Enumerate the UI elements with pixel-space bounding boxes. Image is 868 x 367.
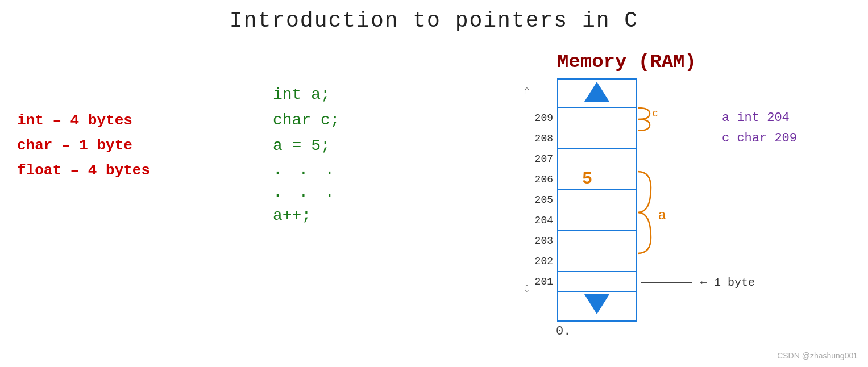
memory-row-206: 206 5: [558, 169, 636, 190]
brace-a-label: a: [658, 208, 666, 223]
memory-cell-201: [558, 272, 636, 292]
memory-cell-205: [558, 190, 636, 210]
memory-row-208: 208: [558, 128, 636, 149]
memory-section: Memory (RAM) ⇧ 209 208: [529, 51, 696, 322]
arrow-up-icon: [584, 82, 609, 102]
memory-cell-203: [558, 231, 636, 251]
memory-cell-209: [558, 108, 636, 128]
memory-row-205: 205: [558, 190, 636, 210]
code-line-6: a++;: [273, 203, 340, 229]
code-line-3: a = 5;: [273, 134, 340, 159]
code-line-2: char c;: [273, 108, 340, 134]
code-line-1: int a;: [273, 82, 340, 108]
memory-label-204: 204: [527, 215, 555, 226]
memory-row-202: 202: [558, 251, 636, 272]
memory-label-201: 201: [527, 276, 555, 287]
right-annotations: a int 204 c char 209: [722, 105, 797, 145]
type-char: char – 1 byte: [17, 133, 150, 158]
brace-c-svg: [636, 107, 653, 131]
memory-label-203: 203: [527, 235, 555, 247]
memory-bottom-row: [558, 292, 636, 320]
memory-cell-206: 5: [558, 169, 636, 190]
code-panel: int a; char c; a = 5; . . . . . . a++;: [273, 82, 340, 229]
memory-value-5: 5: [582, 169, 592, 189]
one-byte-label: ← 1 byte: [700, 276, 755, 289]
up-arrow-indicator: ⇧: [523, 83, 530, 98]
page-title: Introduction to pointers in C: [0, 6, 868, 33]
memory-title: Memory (RAM): [557, 51, 696, 73]
type-info: int – 4 bytes char – 1 byte float – 4 by…: [17, 108, 150, 184]
annotation-a: a int 204: [722, 105, 797, 131]
memory-row-203: 203: [558, 231, 636, 251]
memory-label-206: 206: [527, 174, 555, 185]
csdn-watermark: CSDN @zhashung001: [777, 351, 858, 360]
brace-a-svg: [635, 170, 655, 255]
type-float: float – 4 bytes: [17, 158, 150, 183]
memory-cell-208: [558, 128, 636, 149]
memory-row-201: 201 ← 1 byte: [558, 272, 636, 292]
memory-table: 209 208 207 206 5: [557, 78, 637, 322]
memory-label-208: 208: [527, 133, 555, 144]
memory-cell-204: [558, 210, 636, 231]
memory-label-207: 207: [527, 153, 555, 165]
memory-top-row: [558, 80, 636, 108]
memory-label-205: 205: [527, 194, 555, 206]
memory-row-204: 204: [558, 210, 636, 231]
brace-c-label: c: [652, 108, 658, 119]
down-arrow-indicator: ⇩: [523, 281, 530, 296]
code-dots-2: . . .: [273, 181, 340, 203]
code-dots-1: . . .: [273, 159, 340, 181]
left-panel: int – 4 bytes char – 1 byte float – 4 by…: [17, 108, 150, 184]
memory-row-209: 209: [558, 108, 636, 128]
memory-cell-202: [558, 251, 636, 272]
memory-row-207: 207: [558, 149, 636, 169]
arrow-down-icon: [584, 294, 609, 314]
annotation-c: c char 209: [722, 131, 797, 145]
one-byte-line: [641, 282, 692, 283]
type-int: int – 4 bytes: [17, 108, 150, 133]
memory-label-202: 202: [527, 256, 555, 267]
memory-cell-207: [558, 149, 636, 169]
zero-label: 0.: [556, 324, 571, 339]
memory-label-209: 209: [527, 112, 555, 124]
